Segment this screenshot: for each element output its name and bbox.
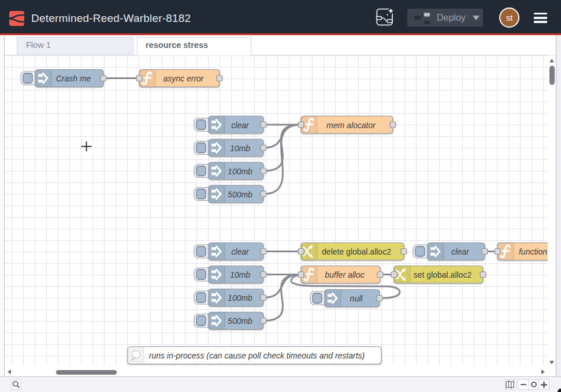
svg-text:10mb: 10mb: [230, 270, 250, 279]
svg-text:runs in-process (can cause pol: runs in-process (can cause poll check ti…: [149, 351, 365, 360]
svg-text:clear: clear: [231, 247, 250, 256]
svg-text:Crash me: Crash me: [56, 74, 91, 83]
svg-text:function: function: [519, 247, 547, 256]
svg-text:500mb: 500mb: [228, 190, 252, 199]
svg-text:delete global.alloc2: delete global.alloc2: [322, 247, 391, 256]
svg-text:null: null: [350, 294, 363, 303]
svg-text:100mb: 100mb: [228, 167, 252, 176]
svg-text:100mb: 100mb: [228, 293, 252, 303]
svg-text:500mb: 500mb: [228, 316, 252, 326]
svg-text:clear: clear: [231, 121, 250, 130]
svg-text:clear: clear: [451, 247, 470, 256]
svg-text:mem alocator: mem alocator: [326, 121, 376, 130]
svg-text:10mb: 10mb: [230, 144, 250, 153]
svg-text:async error: async error: [163, 74, 204, 83]
svg-text:buffer alloc: buffer alloc: [325, 270, 364, 279]
svg-text:set global.alloc2: set global.alloc2: [414, 270, 472, 279]
